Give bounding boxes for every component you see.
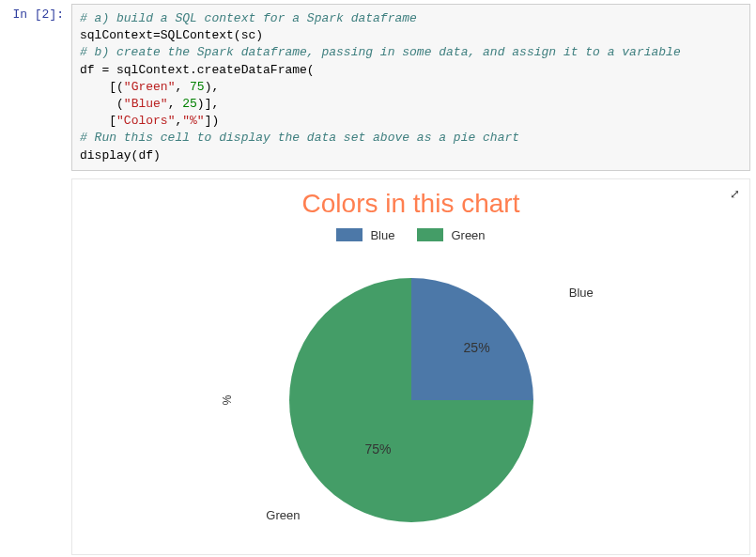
y-axis-label: % [221, 395, 234, 405]
legend-item-green[interactable]: Green [417, 228, 485, 242]
chart-title: Colors in this chart [82, 189, 740, 219]
output-prompt-spacer [6, 178, 71, 555]
legend-label-green: Green [451, 228, 485, 242]
chart-legend: Blue Green [82, 228, 740, 242]
code-cell: In [2]: # a) build a SQL context for a S… [0, 0, 756, 173]
expand-icon[interactable]: ⤢ [730, 187, 740, 201]
legend-swatch-green [417, 228, 443, 241]
slice-pct-green: 75% [364, 441, 391, 456]
slice-name-blue: Blue [569, 286, 594, 300]
output-cell: ⤢ Colors in this chart Blue Green % 25% … [0, 173, 756, 555]
cell-prompt: In [2]: [6, 4, 71, 171]
pie-graphic [289, 278, 533, 522]
code-input[interactable]: # a) build a SQL context for a Spark dat… [71, 4, 750, 171]
legend-item-blue[interactable]: Blue [336, 228, 394, 242]
pie-chart: % 25% Blue 75% Green [82, 250, 740, 550]
chart-output: ⤢ Colors in this chart Blue Green % 25% … [71, 178, 750, 555]
slice-name-green: Green [266, 508, 300, 522]
slice-pct-blue: 25% [464, 340, 490, 355]
legend-swatch-blue [336, 228, 363, 241]
legend-label-blue: Blue [370, 228, 394, 242]
